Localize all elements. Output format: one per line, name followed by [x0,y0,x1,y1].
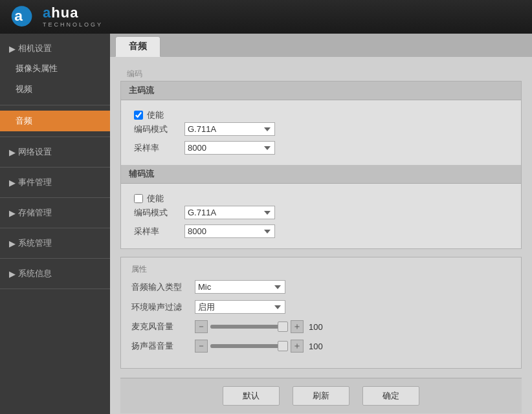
sidebar-item-info[interactable]: ▶ 系统信息 [0,264,110,283]
sub-stream-form: 使能 编码模式 G.711A G.711Mu AAC G.726 采样率 [121,184,521,248]
sidebar-section-camera: ▶ 相机设置 摄像头属性 视频 [0,34,110,105]
main-stream-header: 主码流 [121,82,521,100]
sidebar-section-event: ▶ 事件管理 [0,168,110,198]
mic-volume-label: 麦克风音量 [131,321,190,332]
sidebar-item-label: 摄像头属性 [16,63,58,73]
mic-volume-slider-container: － ＋ 100 [195,320,323,333]
sub-sample-rate-row: 采样率 8000 16000 [134,224,508,238]
logo-text: ahua TECHNOLOGY [43,6,103,28]
noise-filter-row: 环境噪声过滤 启用 禁用 [131,300,511,314]
default-button[interactable]: 默认 [223,386,280,406]
sidebar-section-storage: ▶ 存储管理 [0,198,110,228]
main-sample-rate-label: 采样率 [134,142,179,154]
speaker-volume-decrease-btn[interactable]: － [195,340,208,353]
speaker-volume-slider-container: － ＋ 100 [195,340,323,353]
speaker-volume-thumb[interactable] [278,341,288,351]
arrow-icon: ▶ [9,208,16,218]
main-stream-enable-checkbox[interactable] [134,111,143,120]
sidebar-section-network: ▶ 网络设置 [0,137,110,168]
sidebar-item-event[interactable]: ▶ 事件管理 [0,173,110,192]
input-type-row: 音频输入类型 Mic LineIn [131,280,511,294]
sidebar-item-network[interactable]: ▶ 网络设置 [0,142,110,162]
sidebar-item-label: 视频 [16,84,32,94]
arrow-icon: ▶ [9,44,16,54]
arrow-icon: ▶ [9,147,16,157]
mic-volume-track [210,325,288,329]
speaker-volume-increase-btn[interactable]: ＋ [291,340,304,353]
speaker-volume-fill [210,344,288,348]
sub-stream-enable-label: 使能 [147,193,164,204]
sidebar-item-storage[interactable]: ▶ 存储管理 [0,203,110,223]
arrow-icon: ▶ [9,178,16,188]
logo-sub: TECHNOLOGY [43,21,103,28]
sidebar-section-audio: 音频 [0,105,110,137]
sidebar: ▶ 相机设置 摄像头属性 视频 音频 ▶ 网络设置 ▶ 事件管理 [0,34,110,414]
speaker-volume-value: 100 [309,342,323,351]
mic-volume-value: 100 [309,322,323,332]
sidebar-section-system: ▶ 系统管理 [0,228,110,259]
header: a ahua TECHNOLOGY [0,0,532,34]
noise-filter-select[interactable]: 启用 禁用 [195,300,285,314]
speaker-volume-track [210,344,288,348]
sidebar-item-camera-properties[interactable]: 摄像头属性 [0,58,110,79]
noise-filter-label: 环境噪声过滤 [131,301,190,313]
sub-sample-rate-select[interactable]: 8000 16000 [184,224,275,238]
sub-sample-rate-label: 采样率 [134,226,179,237]
main-encode-mode-select[interactable]: G.711A G.711Mu AAC G.726 [184,122,275,136]
mic-volume-row: 麦克风音量 － ＋ 100 [131,320,511,333]
sidebar-item-camera-settings[interactable]: ▶ 相机设置 [0,39,110,58]
logo: a ahua TECHNOLOGY [10,5,103,29]
confirm-button[interactable]: 确定 [362,386,419,406]
mic-volume-thumb[interactable] [278,321,288,332]
input-type-select[interactable]: Mic LineIn [195,280,285,294]
main-layout: ▶ 相机设置 摄像头属性 视频 音频 ▶ 网络设置 ▶ 事件管理 [0,34,532,414]
sub-stream-enable-row: 使能 [134,189,508,206]
dahua-logo-icon: a [10,5,39,29]
arrow-icon: ▶ [9,239,16,248]
sub-encode-mode-label: 编码模式 [134,207,179,219]
sub-stream-header: 辅码流 [121,165,521,184]
encoding-box: 主码流 使能 编码模式 G.711A G.711Mu AAC G.726 [120,81,522,249]
sidebar-section-info: ▶ 系统信息 [0,259,110,289]
sidebar-item-system[interactable]: ▶ 系统管理 [0,234,110,253]
svg-text:a: a [14,7,23,24]
input-type-label: 音频输入类型 [131,281,190,293]
main-sample-rate-row: 采样率 8000 16000 [134,141,508,155]
sidebar-item-audio[interactable]: 音频 [0,111,110,131]
arrow-icon: ▶ [9,269,16,279]
speaker-volume-row: 扬声器音量 － ＋ 100 [131,340,511,353]
sidebar-item-video[interactable]: 视频 [0,79,110,100]
tab-bar: 音频 [110,34,532,57]
main-stream-enable-row: 使能 [134,105,508,122]
mic-volume-decrease-btn[interactable]: － [195,320,208,333]
mic-volume-fill [210,325,288,329]
logo-brand: ahua [43,6,103,20]
refresh-button[interactable]: 刷新 [293,386,349,406]
sidebar-item-label: 音频 [16,116,32,125]
main-stream-enable-label: 使能 [147,109,164,121]
mic-volume-increase-btn[interactable]: ＋ [291,320,304,333]
main-encode-mode-row: 编码模式 G.711A G.711Mu AAC G.726 [134,122,508,136]
main-sample-rate-select[interactable]: 8000 16000 [184,141,275,155]
properties-box: 属性 音频输入类型 Mic LineIn 环境噪声过滤 启用 禁用 [120,257,522,369]
bottom-bar: 默认 刷新 确定 [120,378,522,413]
properties-label: 属性 [131,264,511,275]
page-content: 编码 主码流 使能 编码模式 G.711A G.711Mu [110,57,532,414]
tab-audio[interactable]: 音频 [115,36,161,57]
main-encode-mode-label: 编码模式 [134,124,179,135]
sub-stream-enable-checkbox[interactable] [134,194,143,203]
sub-encode-mode-row: 编码模式 G.711A G.711Mu AAC G.726 [134,206,508,219]
sub-encode-mode-select[interactable]: G.711A G.711Mu AAC G.726 [184,206,275,219]
main-stream-form: 使能 编码模式 G.711A G.711Mu AAC G.726 采样率 [121,100,521,165]
speaker-volume-label: 扬声器音量 [131,340,190,352]
encoding-label: 编码 [120,65,522,81]
content-area: 音频 编码 主码流 使能 编码模式 [110,34,532,414]
